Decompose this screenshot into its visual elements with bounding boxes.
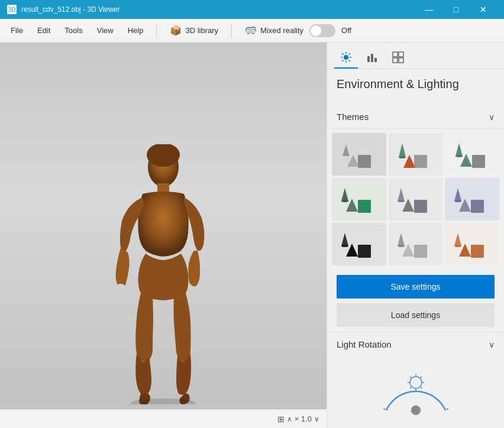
menu-tools[interactable]: Tools	[59, 24, 88, 37]
svg-rect-48	[414, 245, 427, 258]
maximize-button[interactable]: □	[442, 0, 470, 19]
theme-preview-1	[341, 138, 377, 171]
stats-icon	[366, 51, 378, 63]
svg-line-63	[420, 377, 422, 378]
svg-marker-26	[399, 143, 406, 157]
svg-line-12	[349, 53, 351, 55]
light-rotation-content	[327, 356, 504, 428]
svg-point-35	[341, 200, 348, 202]
section-title: Environment & Lighting	[337, 76, 495, 92]
menu-bar: File Edit Tools View Help 📦 3D library 🥽…	[0, 19, 504, 43]
svg-rect-21	[358, 155, 371, 168]
down-arrow-icon[interactable]: ∨	[314, 415, 319, 423]
themes-label: Themes	[337, 112, 369, 122]
mixed-reality-button[interactable]: 🥽 Mixed reality Off	[239, 22, 357, 40]
close-button[interactable]: ✕	[470, 0, 497, 19]
save-settings-button[interactable]: Save settings	[337, 275, 495, 299]
3d-model-figure	[104, 144, 222, 404]
svg-marker-23	[343, 144, 350, 156]
load-settings-button[interactable]: Load settings	[337, 303, 495, 327]
theme-cell-9[interactable]	[445, 223, 499, 265]
light-rotation-header[interactable]: Light Rotation ∨	[327, 332, 504, 356]
grid-icon	[392, 51, 404, 63]
theme-cell-5[interactable]	[389, 178, 443, 221]
svg-point-65	[411, 406, 421, 415]
theme-cell-7[interactable]	[332, 223, 386, 265]
svg-line-64	[410, 387, 412, 388]
menu-divider	[156, 24, 157, 38]
svg-point-5	[344, 55, 348, 60]
scale-control[interactable]: ⊞ ∧ × 1.0 ∨	[277, 414, 319, 424]
figure-svg	[104, 144, 222, 404]
viewport[interactable]: ⊞ ∧ × 1.0 ∨	[0, 43, 327, 428]
menu-help[interactable]: Help	[122, 24, 150, 37]
light-rotation-label: Light Rotation	[337, 339, 392, 349]
theme-cell-1[interactable]	[332, 133, 386, 176]
theme-cell-2[interactable]	[389, 133, 443, 176]
themes-header[interactable]: Themes ∨	[327, 106, 504, 128]
menu-divider-2	[231, 24, 232, 38]
svg-point-3	[116, 284, 125, 291]
theme-cell-6[interactable]	[445, 178, 499, 221]
menu-file[interactable]: File	[5, 24, 29, 37]
svg-point-47	[341, 245, 348, 247]
svg-rect-17	[393, 52, 398, 57]
svg-line-13	[342, 60, 344, 62]
title-bar-left: 3D result_cdv_512.obj - 3D Viewer	[7, 5, 120, 14]
svg-point-56	[410, 377, 422, 388]
mixed-reality-toggle[interactable]	[309, 24, 335, 37]
rotation-dial-svg[interactable]	[377, 366, 454, 419]
svg-rect-14	[367, 56, 370, 62]
svg-point-27	[399, 156, 406, 158]
svg-marker-34	[341, 188, 348, 201]
svg-rect-24	[414, 155, 427, 168]
theme-cell-3[interactable]	[445, 133, 499, 176]
tab-lighting[interactable]	[334, 47, 358, 69]
status-bar: ⊞ ∧ × 1.0 ∨	[0, 409, 327, 428]
svg-point-51	[398, 245, 405, 247]
3d-library-button[interactable]: 📦 3D library	[164, 22, 224, 38]
svg-rect-44	[358, 245, 371, 258]
tab-stats[interactable]	[360, 47, 384, 69]
title-bar-text: result_cdv_512.obj - 3D Viewer	[21, 5, 120, 14]
svg-marker-50	[398, 233, 405, 246]
svg-rect-32	[358, 200, 371, 213]
svg-point-55	[454, 245, 461, 247]
svg-point-31	[455, 155, 463, 157]
svg-rect-52	[471, 245, 484, 258]
title-bar-controls: — □ ✕	[415, 0, 497, 19]
theme-preview-4	[341, 183, 377, 216]
svg-marker-22	[347, 155, 359, 167]
theme-preview-7	[341, 228, 377, 261]
3d-library-label: 3D library	[185, 26, 218, 35]
themes-chevron-icon: ∨	[489, 112, 495, 122]
3d-library-icon: 📦	[170, 25, 182, 36]
svg-marker-30	[455, 143, 463, 156]
svg-rect-18	[399, 52, 403, 57]
up-arrow-icon[interactable]: ∧	[287, 415, 292, 423]
scale-icon: ⊞	[277, 414, 285, 424]
panel-content-header: Environment & Lighting	[327, 69, 504, 106]
theme-preview-3	[454, 138, 490, 171]
main-layout: ⊞ ∧ × 1.0 ∨	[0, 43, 504, 428]
panel-tabs	[327, 43, 504, 69]
mixed-reality-icon: 🥽	[245, 25, 257, 36]
svg-rect-40	[471, 200, 484, 213]
svg-line-61	[410, 377, 412, 378]
theme-preview-5	[398, 183, 433, 216]
scale-value: × 1.0	[295, 414, 312, 423]
theme-preview-2	[398, 138, 433, 171]
theme-cell-8[interactable]	[389, 223, 443, 265]
svg-rect-16	[374, 58, 377, 62]
svg-point-43	[454, 200, 461, 202]
theme-cell-4[interactable]	[332, 178, 386, 221]
menu-view[interactable]: View	[91, 24, 119, 37]
toggle-slider	[309, 24, 335, 37]
menu-edit[interactable]: Edit	[31, 24, 56, 37]
sun-icon	[340, 51, 352, 63]
svg-rect-28	[472, 155, 485, 168]
minimize-button[interactable]: —	[415, 0, 442, 19]
title-bar: 3D result_cdv_512.obj - 3D Viewer — □ ✕	[0, 0, 504, 19]
svg-rect-15	[371, 54, 373, 62]
tab-grid[interactable]	[386, 47, 410, 69]
